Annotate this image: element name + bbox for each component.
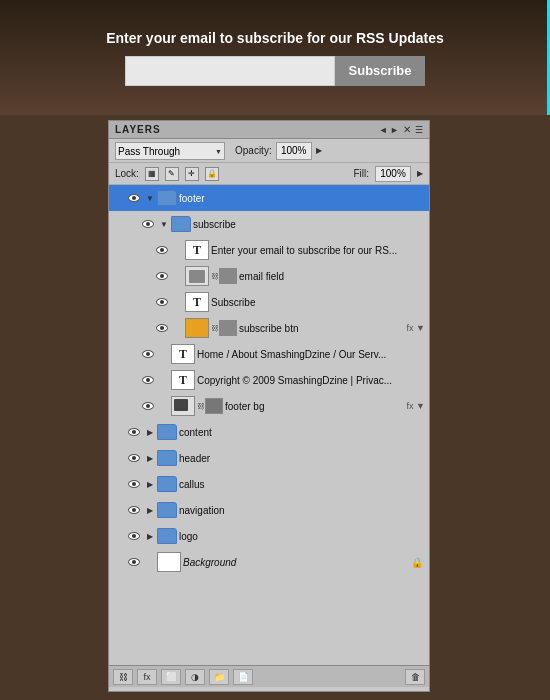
- mask-btn[interactable]: ⬜: [161, 669, 181, 685]
- new-layer-btn[interactable]: 📄: [233, 669, 253, 685]
- thumb-email-field: [185, 266, 209, 286]
- subscribe-button[interactable]: Subscribe: [335, 56, 426, 86]
- eye-icon-subscribe[interactable]: [139, 214, 157, 234]
- eye-icon-subscribe-btn[interactable]: [153, 318, 171, 338]
- lock-all-icon[interactable]: 🔒: [205, 167, 219, 181]
- lock-position-icon[interactable]: ✎: [165, 167, 179, 181]
- thumb-copyright: T: [171, 370, 195, 390]
- folder-thumb-content: [157, 424, 177, 440]
- layer-row-header[interactable]: ▶ header: [109, 445, 429, 471]
- delete-layer-btn[interactable]: 🗑: [405, 669, 425, 685]
- expand-footer[interactable]: ▼: [143, 188, 157, 208]
- thumb-home-links: T: [171, 344, 195, 364]
- group-btn[interactable]: 📁: [209, 669, 229, 685]
- panel-close-btn[interactable]: ✕: [403, 124, 411, 135]
- eye-icon-background[interactable]: [125, 552, 143, 572]
- opacity-input[interactable]: [276, 142, 312, 160]
- layer-row-home-links[interactable]: ▶ T Home / About SmashingDzine / Our Ser…: [109, 341, 429, 367]
- eye-icon-copyright[interactable]: [139, 370, 157, 390]
- expand-header[interactable]: ▶: [143, 448, 157, 468]
- subscribe-form-row: Subscribe: [125, 56, 426, 86]
- layer-row-copyright[interactable]: ▶ T Copyright © 2009 SmashingDzine | Pri…: [109, 367, 429, 393]
- layer-row-subscribe-btn-text[interactable]: ▶ T Subscribe: [109, 289, 429, 315]
- layer-row-navigation[interactable]: ▶ navigation: [109, 497, 429, 523]
- layer-name-email-field: email field: [239, 271, 427, 282]
- blend-mode-select[interactable]: Pass Through Normal Multiply Screen: [115, 142, 225, 160]
- lock-row: Lock: ▦ ✎ ✛ 🔒 Fill: ▶: [109, 163, 429, 185]
- folder-thumb-logo: [157, 528, 177, 544]
- email-input[interactable]: [125, 56, 335, 86]
- lock-move-icon[interactable]: ✛: [185, 167, 199, 181]
- layer-row-footer[interactable]: ▼ footer: [109, 185, 429, 211]
- chain-footer-bg: ⛓: [197, 396, 205, 416]
- eye-icon-callus[interactable]: [125, 474, 143, 494]
- expand-callus[interactable]: ▶: [143, 474, 157, 494]
- layer-row-logo[interactable]: ▶ logo: [109, 523, 429, 549]
- layer-name-footer-bg: footer bg: [225, 401, 407, 412]
- layer-name-callus: callus: [179, 479, 427, 490]
- layer-row-footer-bg[interactable]: ▶ ⛓ footer bg fx ▼: [109, 393, 429, 419]
- panel-title: LAYERS: [115, 124, 161, 135]
- layer-row-subscribe-text[interactable]: ▶ T Enter your email to subscribe for ou…: [109, 237, 429, 263]
- lock-background-icon: 🔒: [411, 557, 423, 568]
- adjustment-btn[interactable]: ◑: [185, 669, 205, 685]
- layers-list: ▼ footer ▼ subscribe ▶ T Enter your emai…: [109, 185, 429, 665]
- folder-thumb-callus: [157, 476, 177, 492]
- expand-content[interactable]: ▶: [143, 422, 157, 442]
- blend-mode-select-wrap: Pass Through Normal Multiply Screen: [115, 141, 225, 161]
- folder-thumb-footer: [157, 190, 177, 206]
- layer-name-content: content: [179, 427, 427, 438]
- panel-header: LAYERS ◄ ► ✕ ☰: [109, 121, 429, 139]
- layer-name-home-links: Home / About SmashingDzine / Our Serv...: [197, 349, 427, 360]
- layer-row-content[interactable]: ▶ content: [109, 419, 429, 445]
- fx-badge-subscribe-btn: fx ▼: [407, 323, 425, 333]
- eye-icon-navigation[interactable]: [125, 500, 143, 520]
- panel-bottom-toolbar: ⛓ fx ⬜ ◑ 📁 📄 🗑: [109, 665, 429, 687]
- fill-input[interactable]: [375, 166, 411, 182]
- thumb2-email-field: [219, 268, 237, 284]
- layer-styles-btn[interactable]: fx: [137, 669, 157, 685]
- fx-badge-footer-bg: fx ▼: [407, 401, 425, 411]
- opacity-arrow[interactable]: ▶: [316, 146, 322, 155]
- eye-icon-logo[interactable]: [125, 526, 143, 546]
- layer-row-subscribe[interactable]: ▼ subscribe: [109, 211, 429, 237]
- fill-arrow[interactable]: ▶: [417, 169, 423, 178]
- layer-row-background[interactable]: ▶ Background 🔒: [109, 549, 429, 575]
- layer-name-navigation: navigation: [179, 505, 427, 516]
- panel-menu-icon[interactable]: ☰: [415, 125, 423, 135]
- thumb-subscribe-btn-text: T: [185, 292, 209, 312]
- blend-mode-row: Pass Through Normal Multiply Screen Opac…: [109, 139, 429, 163]
- link-layers-btn[interactable]: ⛓: [113, 669, 133, 685]
- lock-pixels-icon[interactable]: ▦: [145, 167, 159, 181]
- expand-navigation[interactable]: ▶: [143, 500, 157, 520]
- thumb-subscribe-btn: [185, 318, 209, 338]
- eye-icon-footer-bg[interactable]: [139, 396, 157, 416]
- eye-icon-subscribe-btn-text[interactable]: [153, 292, 171, 312]
- eye-icon-footer[interactable]: [125, 188, 143, 208]
- layer-row-callus[interactable]: ▶ callus: [109, 471, 429, 497]
- expand-logo[interactable]: ▶: [143, 526, 157, 546]
- top-banner: Enter your email to subscribe for our RS…: [0, 0, 550, 115]
- layer-name-subscribe-btn-text: Subscribe: [211, 297, 427, 308]
- layer-row-subscribe-btn[interactable]: ▶ ⛓ subscribe btn fx ▼: [109, 315, 429, 341]
- layer-name-copyright: Copyright © 2009 SmashingDzine | Privac.…: [197, 375, 427, 386]
- lock-label: Lock:: [115, 168, 139, 179]
- layer-row-email-field[interactable]: ▶ ⛓ email field: [109, 263, 429, 289]
- subscribe-heading: Enter your email to subscribe for our RS…: [106, 30, 444, 46]
- layers-panel: LAYERS ◄ ► ✕ ☰ Pass Through Normal Multi…: [108, 120, 430, 692]
- folder-thumb-header: [157, 450, 177, 466]
- panel-header-controls: ◄ ► ✕ ☰: [379, 124, 423, 135]
- eye-icon-home-links[interactable]: [139, 344, 157, 364]
- expand-subscribe[interactable]: ▼: [157, 214, 171, 234]
- eye-icon-header[interactable]: [125, 448, 143, 468]
- eye-icon-subscribe-text[interactable]: [153, 240, 171, 260]
- panel-nav-arrows[interactable]: ◄ ►: [379, 125, 399, 135]
- layer-name-logo: logo: [179, 531, 427, 542]
- eye-icon-email-field[interactable]: [153, 266, 171, 286]
- thumb-subscribe-text: T: [185, 240, 209, 260]
- chain-email-field: ⛓: [211, 266, 219, 286]
- fill-label: Fill:: [353, 168, 369, 179]
- opacity-label: Opacity:: [235, 145, 272, 156]
- layer-name-subscribe-text: Enter your email to subscribe for our RS…: [211, 245, 427, 256]
- eye-icon-content[interactable]: [125, 422, 143, 442]
